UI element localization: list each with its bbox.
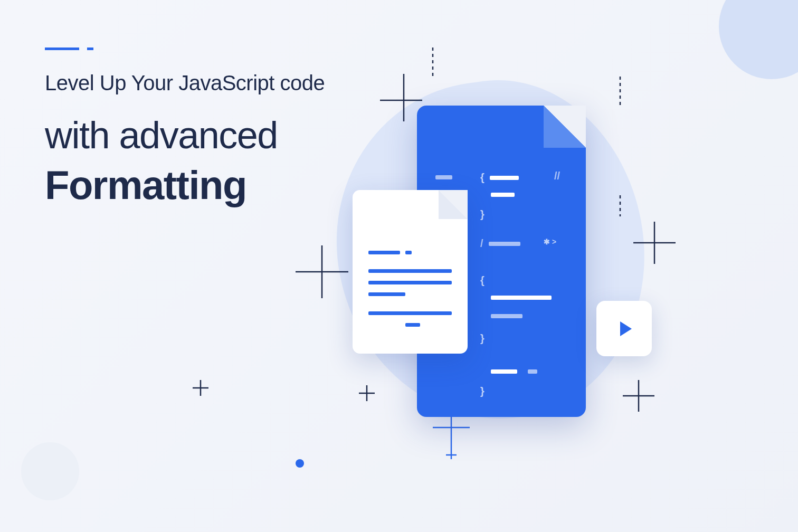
plus-icon [623, 380, 654, 412]
plus-icon [633, 222, 676, 264]
plus-icon [193, 380, 208, 396]
plus-icon [296, 245, 348, 298]
decorative-circle-small [21, 442, 79, 500]
play-icon [620, 321, 632, 336]
headline: Level Up Your JavaScript code with advan… [45, 71, 325, 208]
headline-line-2: with advanced [45, 113, 325, 157]
plus-icon [612, 77, 628, 108]
plus-icon [359, 385, 375, 401]
accent-line [45, 48, 93, 50]
decorative-circle [719, 0, 798, 79]
plus-icon [612, 195, 628, 216]
decorative-dot [296, 459, 304, 468]
headline-line-1: Level Up Your JavaScript code [45, 71, 325, 95]
headline-line-3: Formatting [45, 162, 325, 208]
play-button[interactable] [596, 301, 652, 356]
text-document-icon [353, 190, 468, 354]
